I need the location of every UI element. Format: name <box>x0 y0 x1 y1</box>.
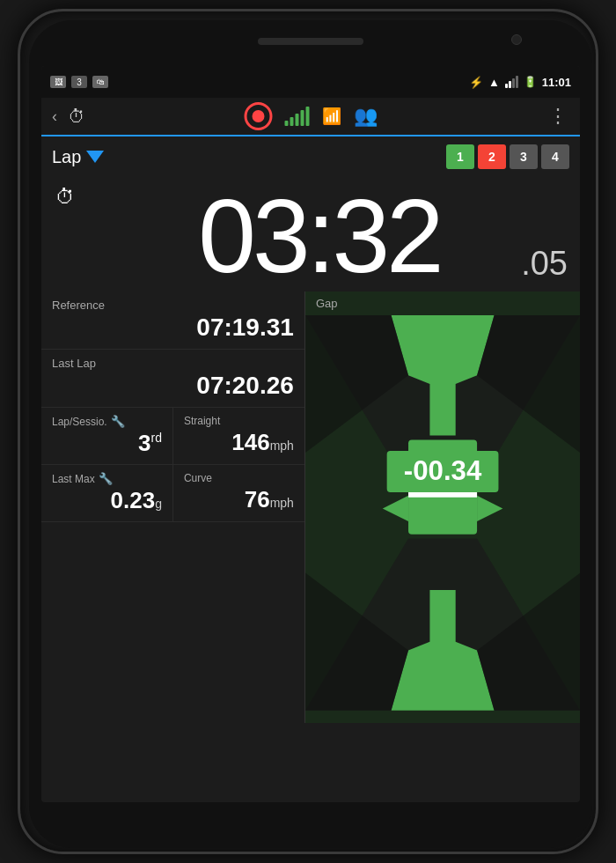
reference-label: Reference <box>52 299 294 312</box>
record-button[interactable] <box>245 102 273 130</box>
lap-tab-2[interactable]: 2 <box>478 144 506 169</box>
lap-arrow-icon <box>86 151 104 163</box>
timer-value: 03:32 <box>54 184 568 288</box>
reference-panel: Reference 07:19.31 <box>41 291 304 350</box>
last-max-label: Last Max 🔧 <box>52 472 162 485</box>
wifi-status-icon: ▲ <box>488 76 500 89</box>
track-visualization: -00.34 <box>305 315 580 711</box>
front-camera <box>511 34 522 45</box>
menu-button[interactable]: ⋮ <box>548 105 569 128</box>
lap-session-cell: Lap/Sessio. 🔧 3rd <box>41 408 173 464</box>
timer-stopwatch-icon: ⏱ <box>55 186 75 209</box>
lap-label: Lap <box>52 147 81 167</box>
signal-icon <box>505 76 518 88</box>
last-max-curve-row: Last Max 🔧 0.23g Curve 76mph <box>41 465 304 522</box>
curve-value: 76mph <box>184 486 294 513</box>
straight-value: 146mph <box>184 429 294 456</box>
image-icon: 🖼 <box>50 76 66 88</box>
last-max-cell: Last Max 🔧 0.23g <box>41 465 173 521</box>
toolbar-center: 📶 👥 <box>245 102 378 130</box>
status-time: 11:01 <box>542 76 571 89</box>
toolbar: ‹ ⏱ 📶 👥 ⋮ <box>41 98 580 136</box>
lap-session-value: 3rd <box>52 430 162 457</box>
bag-icon: 🛍 <box>92 76 108 88</box>
toolbar-left: ‹ ⏱ <box>52 107 85 127</box>
back-chevron-icon[interactable]: ‹ <box>52 107 57 126</box>
gap-label: Gap <box>316 297 338 310</box>
lap-title: Lap <box>52 147 104 167</box>
users-icon: 👥 <box>354 105 378 128</box>
data-section: Reference 07:19.31 Last Lap 07:20.26 Lap… <box>41 291 580 723</box>
last-lap-label: Last Lap <box>52 357 294 370</box>
last-lap-panel: Last Lap 07:20.26 <box>41 350 304 408</box>
signal-strength-indicator <box>285 107 310 126</box>
timer-decimal: .05 <box>521 245 568 283</box>
svg-marker-4 <box>383 496 408 521</box>
lap-session-wrench-icon[interactable]: 🔧 <box>111 415 125 428</box>
lap-tab-3[interactable]: 3 <box>510 144 538 169</box>
wifi-toolbar-icon: 📶 <box>322 107 341 126</box>
record-dot-icon <box>253 110 265 122</box>
status-bar: 🖼 3 🛍 ⚡ ▲ 🔋 <box>41 66 580 98</box>
speaker-grill <box>258 38 363 45</box>
last-max-value: 0.23g <box>52 487 162 514</box>
screen: 🖼 3 🛍 ⚡ ▲ 🔋 <box>41 66 580 802</box>
bluetooth-icon: ⚡ <box>469 76 483 89</box>
reference-value: 07:19.31 <box>52 313 294 342</box>
timer-display: ⏱ 03:32 .05 <box>41 177 580 291</box>
lap-session-straight-row: Lap/Sessio. 🔧 3rd Straight 146mph <box>41 408 304 465</box>
3-icon: 3 <box>71 76 87 88</box>
car-track-svg: -00.34 <box>305 315 580 711</box>
last-lap-value: 07:20.26 <box>52 372 294 400</box>
lap-tab-4[interactable]: 4 <box>541 144 569 169</box>
lap-tabs[interactable]: 1 2 3 4 <box>446 144 569 169</box>
straight-cell: Straight 146mph <box>173 408 304 464</box>
battery-icon: 🔋 <box>524 76 537 88</box>
status-bar-left: 🖼 3 🛍 <box>50 76 108 88</box>
gap-header: Gap <box>305 291 580 315</box>
svg-text:-00.34: -00.34 <box>404 455 482 486</box>
lap-session-label: Lap/Sessio. 🔧 <box>52 415 162 428</box>
straight-label: Straight <box>184 415 294 427</box>
svg-marker-5 <box>477 496 502 521</box>
status-bar-right: ⚡ ▲ 🔋 11:01 <box>469 76 571 89</box>
curve-label: Curve <box>184 472 294 484</box>
data-right-panel: Gap <box>305 291 580 723</box>
last-max-wrench-icon[interactable]: 🔧 <box>99 472 113 485</box>
lap-tab-1[interactable]: 1 <box>446 144 474 169</box>
data-left-panel: Reference 07:19.31 Last Lap 07:20.26 Lap… <box>41 291 305 723</box>
stopwatch-icon: ⏱ <box>68 107 85 127</box>
curve-cell: Curve 76mph <box>173 465 304 521</box>
lap-header: Lap 1 2 3 4 <box>41 136 580 177</box>
